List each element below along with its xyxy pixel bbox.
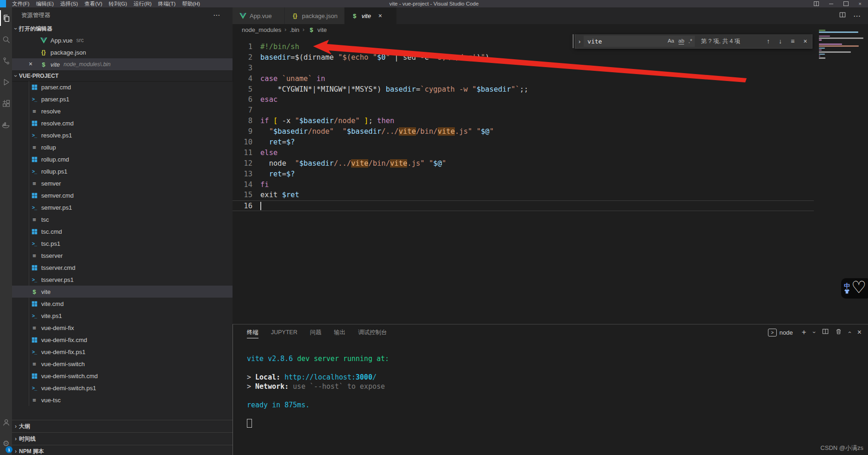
previous-match-icon[interactable]: ↑ (767, 37, 770, 45)
tab-package-json[interactable]: {}package.json (285, 7, 344, 24)
terminal-shell-select[interactable]: > node (768, 329, 793, 337)
tree-item[interactable]: $vite (12, 286, 233, 298)
open-editor-item[interactable]: {}package.json (12, 46, 233, 58)
new-terminal-icon[interactable]: + (802, 328, 806, 337)
tree-item[interactable]: >_tsc.ps1 (12, 237, 233, 249)
ps1-file-icon: >_ (31, 349, 38, 355)
find-resize-sash[interactable] (572, 34, 574, 48)
account-icon[interactable] (0, 411, 12, 433)
menu-item[interactable]: 查看(V) (84, 0, 102, 7)
tree-item[interactable]: >_tsserver.ps1 (12, 274, 233, 286)
file-name: vue-demi-switch.ps1 (41, 385, 96, 392)
open-editor-item[interactable]: ×$vitenode_modules\.bin (12, 58, 233, 70)
menu-item[interactable]: 编辑(E) (36, 0, 54, 7)
regex-icon[interactable]: .* (688, 38, 692, 44)
sidebar-section-3[interactable]: ›NPM 脚本 (12, 445, 233, 455)
source-control-icon[interactable] (0, 50, 12, 71)
kill-terminal-icon[interactable] (836, 328, 842, 337)
run-debug-icon[interactable] (0, 71, 12, 93)
tree-item[interactable]: ≡vue-demi-fix (12, 322, 233, 334)
project-header[interactable]: › VUE-PROJECT (12, 70, 233, 81)
tree-item[interactable]: ≡vue-demi-switch (12, 358, 233, 370)
panel-tab-问题[interactable]: 问题 (310, 324, 321, 340)
vscode-logo-icon (0, 0, 6, 7)
tab-vite[interactable]: $vite× (345, 7, 396, 24)
tab-app-vue[interactable]: App.vue (233, 7, 284, 24)
code-line: 12 node "$basedir/../vite/bin/vite.js" "… (233, 158, 868, 169)
breadcrumb-item[interactable]: $vite (308, 26, 327, 33)
minimize-icon[interactable] (829, 4, 833, 4)
ime-chinese-icon[interactable]: 中 (844, 283, 850, 289)
breadcrumb-item[interactable]: node_modules (242, 26, 281, 33)
tree-item[interactable]: ≡rollup (12, 141, 233, 153)
tree-item[interactable]: tsc.cmd (12, 225, 233, 237)
find-in-selection-icon[interactable]: ≡ (791, 37, 794, 45)
line-number: 11 (233, 148, 260, 158)
tree-item[interactable]: vite.cmd (12, 298, 233, 310)
menu-item[interactable]: 文件(F) (12, 0, 30, 7)
tree-item[interactable]: parser.cmd (12, 81, 233, 93)
tree-item[interactable]: ≡tsc (12, 213, 233, 225)
panel-tab-jupyter[interactable]: JUPYTER (271, 324, 297, 340)
extensions-icon[interactable] (0, 93, 12, 114)
settings-icon[interactable]: ⚙1 (0, 433, 12, 454)
tree-item[interactable]: >_vue-demi-switch.ps1 (12, 382, 233, 394)
sidebar-section-1[interactable]: ›大纲 (12, 420, 233, 432)
menu-item[interactable]: 终端(T) (158, 0, 176, 7)
docker-icon[interactable] (0, 114, 12, 135)
explorer-icon[interactable] (0, 7, 12, 29)
tree-item[interactable]: >_resolve.ps1 (12, 129, 233, 141)
panel-tab-终端[interactable]: 终端 (247, 324, 258, 340)
notification-badge: 1 (6, 446, 13, 453)
maximize-panel-icon[interactable]: › (846, 331, 853, 333)
tree-item[interactable]: >_vue-demi-fix.ps1 (12, 346, 233, 358)
tree-item[interactable]: tsserver.cmd (12, 262, 233, 274)
search-icon[interactable] (0, 29, 12, 50)
menu-item[interactable]: 运行(R) (133, 0, 151, 7)
terminal-output[interactable]: vite v2.8.6 dev server running at:> Loca… (247, 354, 389, 428)
menu-item[interactable]: 选择(S) (60, 0, 78, 7)
menu-item[interactable]: 转到(G) (109, 0, 127, 7)
sidebar-section-2[interactable]: ›时间线 (12, 432, 233, 445)
panel-tab-调试控制台[interactable]: 调试控制台 (358, 324, 387, 340)
tree-item[interactable]: ≡resolve (12, 105, 233, 117)
tree-item[interactable]: resolve.cmd (12, 117, 233, 129)
tree-item[interactable]: >_semver.ps1 (12, 201, 233, 213)
match-case-icon[interactable]: Aa (667, 38, 674, 44)
toggle-replace-icon[interactable]: › (579, 38, 580, 45)
tree-item[interactable]: >_rollup.ps1 (12, 165, 233, 177)
more-actions-icon[interactable]: ⋯ (213, 11, 220, 19)
tree-item[interactable]: vue-demi-fix.cmd (12, 334, 233, 346)
open-editor-item[interactable]: App.vuesrc (12, 34, 233, 46)
next-match-icon[interactable]: ↓ (779, 37, 782, 45)
whole-word-icon[interactable]: ab (679, 38, 685, 44)
line-content (260, 201, 261, 211)
close-tab-icon[interactable]: × (378, 12, 382, 19)
breadcrumb-item[interactable]: .bin (289, 26, 299, 33)
close-editor-icon[interactable]: × (29, 60, 32, 68)
tree-item[interactable]: ≡semver (12, 177, 233, 189)
tree-item[interactable]: rollup.cmd (12, 153, 233, 165)
find-input[interactable]: vite Aa ab .* (584, 36, 695, 47)
minimap[interactable] (819, 30, 865, 62)
tree-item[interactable]: vue-demi-switch.cmd (12, 370, 233, 382)
layout-toggle-icon[interactable] (814, 1, 819, 6)
maximize-icon[interactable] (843, 1, 849, 6)
tree-item[interactable]: >_vite.ps1 (12, 310, 233, 322)
tree-item[interactable]: semver.cmd (12, 189, 233, 201)
open-editors-header[interactable]: › 打开的编辑器 (12, 23, 233, 34)
terminal-dropdown-icon[interactable]: › (811, 331, 818, 333)
editor-more-actions-icon[interactable]: ⋯ (853, 12, 861, 20)
split-terminal-icon[interactable] (822, 328, 829, 337)
tree-item[interactable]: ≡vue-tsc (12, 394, 233, 406)
tree-item[interactable]: ≡tsserver (12, 249, 233, 262)
menu-item[interactable]: 帮助(H) (182, 0, 200, 7)
split-editor-icon[interactable] (839, 12, 846, 20)
close-find-icon[interactable]: × (804, 37, 807, 45)
close-panel-icon[interactable]: × (857, 328, 862, 337)
close-window-icon[interactable]: × (859, 2, 862, 6)
tree-item[interactable]: >_parser.ps1 (12, 93, 233, 105)
panel-tab-输出[interactable]: 输出 (334, 324, 346, 340)
code-area[interactable]: 1#!/bin/sh2basedir=$(dirname "$(echo "$0… (233, 36, 868, 211)
line-number: 5 (233, 84, 260, 95)
